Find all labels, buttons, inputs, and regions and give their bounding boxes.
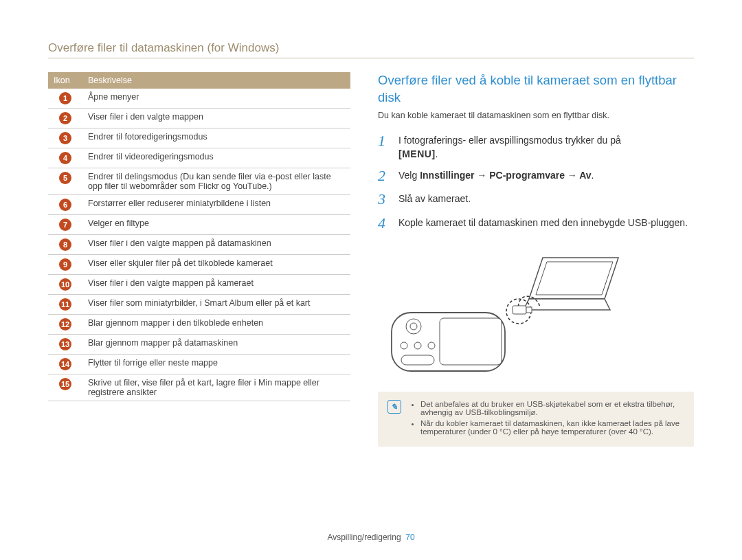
- note-item: Det anbefales at du bruker en USB-skjøte…: [420, 400, 684, 416]
- step-body: Velg Innstillinger → PC-programvare → Av…: [398, 168, 694, 184]
- note-icon: ✎: [387, 400, 401, 414]
- table-row: 11Viser filer som miniatyrbilder, i Smar…: [48, 295, 350, 315]
- row-desc: Viser eller skjuler filer på det tilkobl…: [82, 255, 350, 275]
- row-desc: Viser filer i den valgte mappen på datam…: [82, 235, 350, 255]
- note-box: ✎ Det anbefales at du bruker en USB-skjø…: [378, 392, 694, 447]
- table-row: 10Viser filer i den valgte mappen på kam…: [48, 275, 350, 295]
- row-badge: 13: [59, 338, 71, 350]
- row-badge: 14: [59, 358, 71, 370]
- table-row: 14Flytter til forrige eller neste mappe: [48, 355, 350, 374]
- page-title: Overføre filer til datamaskinen (for Win…: [48, 41, 694, 58]
- table-row: 7Velger en filtype: [48, 215, 350, 235]
- table-row: 6Forstørrer eller reduserer miniatyrbild…: [48, 195, 350, 215]
- table-row: 2Viser filer i den valgte mappen: [48, 109, 350, 128]
- row-badge: 15: [59, 378, 71, 390]
- section-intro: Du kan koble kameraet til datamaskinen s…: [378, 111, 694, 120]
- table-row: 1Åpne menyer: [48, 89, 350, 109]
- row-badge: 5: [59, 172, 71, 184]
- col-icon: Ikon: [48, 72, 82, 89]
- table-row: 12Blar gjennom mapper i den tilkoblede e…: [48, 315, 350, 335]
- row-badge: 11: [59, 298, 71, 311]
- table-row: 3Endrer til fotoredigeringsmodus: [48, 128, 350, 148]
- note-item: Når du kobler kameraet til datamaskinen,…: [420, 419, 684, 436]
- step-number: 3: [378, 191, 392, 208]
- table-row: 9Viser eller skjuler filer på det tilkob…: [48, 255, 350, 275]
- table-row: 15Skrive ut filer, vise filer på et kart…: [48, 374, 350, 401]
- row-badge: 1: [59, 92, 71, 104]
- svg-rect-5: [526, 307, 532, 313]
- table-row: 13Blar gjennom mapper på datamaskinen: [48, 335, 350, 355]
- row-desc: Viser filer i den valgte mappen: [82, 109, 350, 128]
- svg-point-11: [414, 342, 421, 349]
- svg-rect-4: [513, 306, 526, 314]
- section-title: Overføre filer ved å koble til kameraet …: [378, 72, 694, 107]
- row-desc: Endrer til fotoredigeringsmodus: [82, 128, 350, 148]
- row-desc: Endrer til videoredigeringsmodus: [82, 148, 350, 168]
- step: 3Slå av kameraet.: [378, 191, 694, 208]
- step-body: I fotograferings- eller avspillingsmodus…: [398, 133, 694, 161]
- row-desc: Flytter til forrige eller neste mappe: [82, 355, 350, 374]
- row-badge: 3: [59, 132, 71, 144]
- row-desc: Blar gjennom mapper i den tilkoblede enh…: [82, 315, 350, 335]
- row-badge: 9: [59, 258, 71, 271]
- row-desc: Endrer til delingsmodus (Du kan sende fi…: [82, 168, 350, 195]
- table-row: 8Viser filer i den valgte mappen på data…: [48, 235, 350, 255]
- step-number: 2: [378, 168, 392, 184]
- row-badge: 12: [59, 318, 71, 331]
- step: 4Kople kameraet til datamaskinen med den…: [378, 215, 694, 232]
- menu-key: [MENU]: [398, 148, 436, 161]
- connection-diagram: [378, 251, 625, 374]
- row-desc: Forstørrer eller reduserer miniatyrbilde…: [82, 195, 350, 215]
- row-badge: 2: [59, 112, 71, 124]
- table-row: 4Endrer til videoredigeringsmodus: [48, 148, 350, 168]
- step: 2Velg Innstillinger → PC-programvare → A…: [378, 168, 694, 184]
- step-number: 1: [378, 133, 392, 161]
- row-desc: Viser filer i den valgte mappen på kamer…: [82, 275, 350, 295]
- row-badge: 6: [59, 199, 71, 211]
- icon-table: Ikon Beskrivelse 1Åpne menyer2Viser file…: [48, 72, 350, 401]
- svg-point-10: [401, 342, 407, 349]
- step-number: 4: [378, 215, 392, 232]
- page-footer: Avspilling/redigering 70: [0, 533, 742, 542]
- step-body: Kople kameraet til datamaskinen med den …: [398, 215, 694, 232]
- row-badge: 10: [59, 278, 71, 291]
- col-desc: Beskrivelse: [82, 72, 350, 89]
- row-desc: Velger en filtype: [82, 215, 350, 235]
- row-badge: 4: [59, 152, 71, 164]
- row-badge: 8: [59, 238, 71, 251]
- step-body: Slå av kameraet.: [398, 191, 694, 208]
- footer-page: 70: [405, 533, 414, 542]
- svg-rect-13: [401, 355, 434, 365]
- row-desc: Skrive ut filer, vise filer på et kart, …: [82, 374, 350, 401]
- table-row: 5Endrer til delingsmodus (Du kan sende f…: [48, 168, 350, 195]
- footer-section: Avspilling/redigering: [327, 533, 401, 542]
- row-badge: 7: [59, 219, 71, 231]
- row-desc: Blar gjennom mapper på datamaskinen: [82, 335, 350, 355]
- svg-marker-1: [536, 262, 613, 295]
- row-desc: Viser filer som miniatyrbilder, i Smart …: [82, 295, 350, 315]
- svg-rect-7: [440, 318, 502, 365]
- svg-point-9: [410, 323, 417, 330]
- row-desc: Åpne menyer: [82, 89, 350, 109]
- svg-point-12: [428, 342, 435, 349]
- step: 1I fotograferings- eller avspillingsmodu…: [378, 133, 694, 161]
